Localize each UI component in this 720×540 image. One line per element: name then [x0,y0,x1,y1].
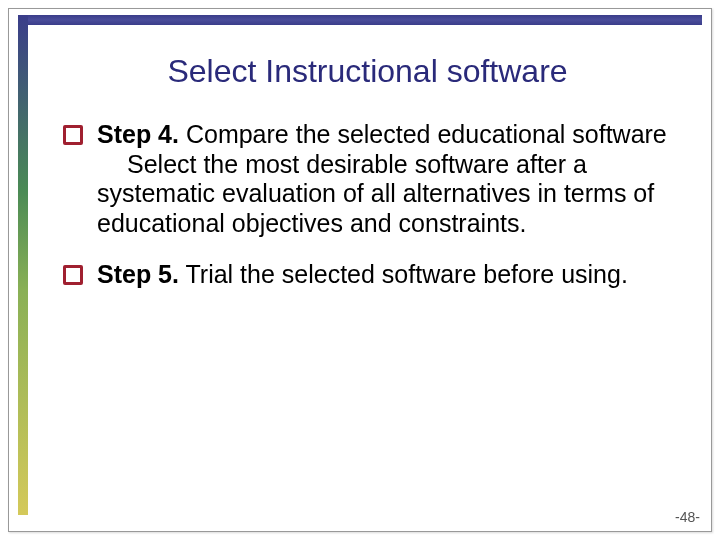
bullet-heading: Trial the selected software before using… [179,260,628,288]
bullet-body: Select the most desirable software after… [97,150,680,239]
top-accent-bar [18,15,702,25]
step-label: Step 4. [97,120,179,148]
square-bullet-icon [63,125,83,145]
page-number: -48- [675,509,700,525]
bullet-item: Step 4. Compare the selected educational… [63,120,680,238]
bullet-heading: Compare the selected educational softwar… [179,120,667,148]
square-bullet-icon [63,265,83,285]
slide-title: Select Instructional software [45,53,690,90]
left-accent-bar [18,15,28,515]
slide-content: Select Instructional software Step 4. Co… [45,35,690,510]
step-label: Step 5. [97,260,179,288]
bullet-item: Step 5. Trial the selected software befo… [63,260,680,290]
